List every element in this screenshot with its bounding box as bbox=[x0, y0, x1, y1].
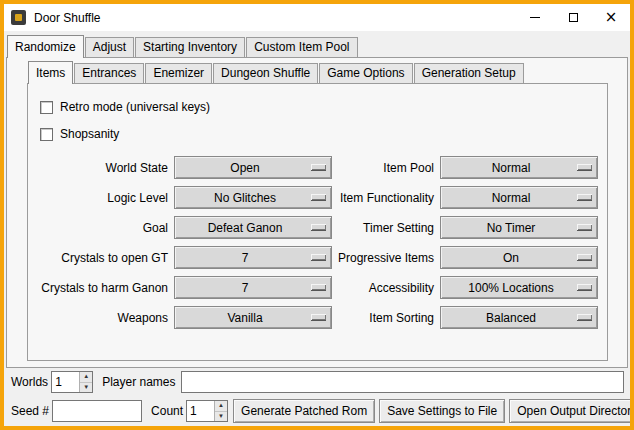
crystals-ganon-value: 7 bbox=[242, 281, 249, 295]
retro-mode-checkbox[interactable] bbox=[40, 101, 53, 114]
seed-input[interactable] bbox=[52, 400, 142, 422]
window-title: Door Shuffle bbox=[34, 11, 101, 25]
weapons-dropdown[interactable]: Vanilla bbox=[174, 306, 332, 329]
progressive-items-dropdown[interactable]: On bbox=[440, 246, 598, 269]
minimize-icon bbox=[530, 17, 540, 18]
player-names-input[interactable] bbox=[181, 371, 625, 393]
player-names-label: Player names bbox=[102, 375, 175, 389]
count-spin-buttons: ▲ ▼ bbox=[214, 401, 227, 421]
tab-items[interactable]: Items bbox=[28, 61, 73, 84]
seed-row: Seed # Count ▲ ▼ Generate Patched Rom Sa… bbox=[11, 398, 624, 424]
dropdown-indicator-icon bbox=[311, 284, 326, 291]
count-spinbox[interactable]: ▲ ▼ bbox=[186, 400, 228, 422]
item-sorting-dropdown[interactable]: Balanced bbox=[440, 306, 598, 329]
timer-setting-dropdown[interactable]: No Timer bbox=[440, 216, 598, 239]
crystals-gt-value: 7 bbox=[242, 251, 249, 265]
tab-enemizer[interactable]: Enemizer bbox=[145, 63, 212, 83]
crystals-gt-label: Crystals to open GT bbox=[40, 251, 168, 265]
item-pool-dropdown[interactable]: Normal bbox=[440, 156, 598, 179]
accessibility-value: 100% Locations bbox=[468, 281, 553, 295]
tab-custom-item-pool[interactable]: Custom Item Pool bbox=[246, 37, 357, 57]
app-icon bbox=[11, 10, 26, 25]
progressive-items-value: On bbox=[503, 251, 519, 265]
world-state-value: Open bbox=[230, 161, 259, 175]
retro-mode-label: Retro mode (universal keys) bbox=[60, 100, 210, 114]
item-pool-label: Item Pool bbox=[338, 161, 434, 175]
dropdown-indicator-icon bbox=[577, 284, 592, 291]
goal-dropdown[interactable]: Defeat Ganon bbox=[174, 216, 332, 239]
timer-setting-label: Timer Setting bbox=[338, 221, 434, 235]
dropdown-indicator-icon bbox=[311, 254, 326, 261]
window-content: Randomize Adjust Starting Inventory Cust… bbox=[4, 31, 630, 426]
weapons-value: Vanilla bbox=[227, 311, 262, 325]
shopsanity-checkbox-row[interactable]: Shopsanity bbox=[40, 124, 599, 144]
count-spin-down[interactable]: ▼ bbox=[215, 412, 227, 422]
goal-value: Defeat Ganon bbox=[208, 221, 283, 235]
options-grid: World State Open Item Pool Normal Logic … bbox=[40, 156, 599, 329]
dropdown-indicator-icon bbox=[577, 224, 592, 231]
window-controls bbox=[516, 4, 630, 31]
dropdown-indicator-icon bbox=[311, 224, 326, 231]
crystals-ganon-label: Crystals to harm Ganon bbox=[40, 281, 168, 295]
item-functionality-dropdown[interactable]: Normal bbox=[440, 186, 598, 209]
tab-entrances[interactable]: Entrances bbox=[74, 63, 144, 83]
item-functionality-label: Item Functionality bbox=[338, 191, 434, 205]
outer-tab-strip: Randomize Adjust Starting Inventory Cust… bbox=[6, 35, 628, 57]
timer-setting-value: No Timer bbox=[487, 221, 536, 235]
item-sorting-value: Balanced bbox=[486, 311, 536, 325]
shopsanity-label: Shopsanity bbox=[60, 127, 119, 141]
maximize-button[interactable] bbox=[554, 4, 592, 31]
crystals-gt-dropdown[interactable]: 7 bbox=[174, 246, 332, 269]
count-label: Count bbox=[151, 404, 183, 418]
inner-tab-strip: Items Entrances Enemizer Dungeon Shuffle… bbox=[27, 61, 608, 83]
dropdown-indicator-icon bbox=[311, 194, 326, 201]
item-functionality-value: Normal bbox=[492, 191, 531, 205]
worlds-spin-buttons: ▲ ▼ bbox=[79, 372, 92, 392]
tab-randomize[interactable]: Randomize bbox=[7, 35, 84, 58]
close-button[interactable] bbox=[592, 4, 630, 31]
accessibility-label: Accessibility bbox=[338, 281, 434, 295]
accessibility-dropdown[interactable]: 100% Locations bbox=[440, 276, 598, 299]
door-shuffle-window: Door Shuffle Randomize Adjust Starting I… bbox=[0, 0, 634, 430]
tab-starting-inventory[interactable]: Starting Inventory bbox=[135, 37, 245, 57]
tab-dungeon-shuffle[interactable]: Dungeon Shuffle bbox=[213, 63, 318, 83]
dropdown-indicator-icon bbox=[311, 314, 326, 321]
world-state-label: World State bbox=[40, 161, 168, 175]
tab-game-options[interactable]: Game Options bbox=[319, 63, 412, 83]
worlds-spin-down[interactable]: ▼ bbox=[80, 383, 92, 393]
tab-adjust[interactable]: Adjust bbox=[85, 37, 134, 57]
generate-patched-rom-button[interactable]: Generate Patched Rom bbox=[233, 399, 375, 423]
logic-level-dropdown[interactable]: No Glitches bbox=[174, 186, 332, 209]
worlds-spin-up[interactable]: ▲ bbox=[80, 372, 92, 383]
dropdown-indicator-icon bbox=[577, 164, 592, 171]
logic-level-label: Logic Level bbox=[40, 191, 168, 205]
titlebar: Door Shuffle bbox=[4, 4, 630, 31]
goal-label: Goal bbox=[40, 221, 168, 235]
item-pool-value: Normal bbox=[492, 161, 531, 175]
save-settings-button[interactable]: Save Settings to File bbox=[379, 399, 505, 423]
dropdown-indicator-icon bbox=[577, 254, 592, 261]
bottom-controls: Worlds ▲ ▼ Player names Seed # Count bbox=[6, 368, 628, 424]
seed-label: Seed # bbox=[11, 404, 49, 418]
crystals-ganon-dropdown[interactable]: 7 bbox=[174, 276, 332, 299]
minimize-button[interactable] bbox=[516, 4, 554, 31]
randomize-pane: Items Entrances Enemizer Dungeon Shuffle… bbox=[6, 57, 628, 368]
count-spin-up[interactable]: ▲ bbox=[215, 401, 227, 412]
item-sorting-label: Item Sorting bbox=[338, 311, 434, 325]
open-output-directory-button[interactable]: Open Output Directory bbox=[509, 399, 630, 423]
count-input[interactable] bbox=[187, 401, 214, 421]
maximize-icon bbox=[569, 13, 578, 22]
worlds-input[interactable] bbox=[52, 372, 79, 392]
weapons-label: Weapons bbox=[40, 311, 168, 325]
items-pane: Retro mode (universal keys) Shopsanity W… bbox=[27, 83, 608, 361]
dropdown-indicator-icon bbox=[577, 194, 592, 201]
dropdown-indicator-icon bbox=[577, 314, 592, 321]
worlds-spinbox[interactable]: ▲ ▼ bbox=[51, 371, 93, 393]
progressive-items-label: Progressive Items bbox=[338, 251, 434, 265]
tab-generation-setup[interactable]: Generation Setup bbox=[414, 63, 524, 83]
world-state-dropdown[interactable]: Open bbox=[174, 156, 332, 179]
shopsanity-checkbox[interactable] bbox=[40, 128, 53, 141]
close-icon bbox=[605, 10, 618, 25]
worlds-label: Worlds bbox=[11, 375, 48, 389]
retro-mode-checkbox-row[interactable]: Retro mode (universal keys) bbox=[40, 97, 599, 117]
